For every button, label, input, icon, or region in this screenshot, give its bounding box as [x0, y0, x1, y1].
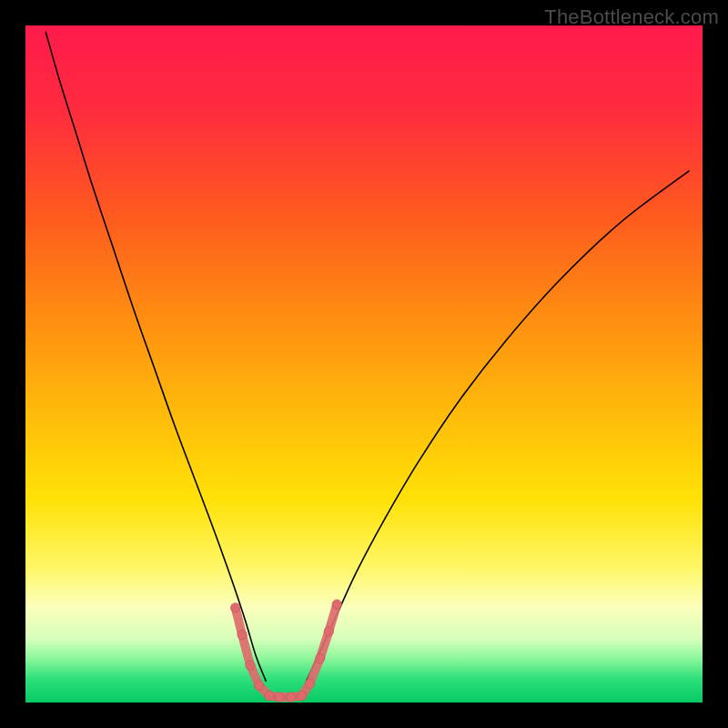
bottleneck-chart: [25, 25, 703, 703]
valley-marker: [305, 679, 314, 688]
plot-area: [25, 25, 703, 703]
valley-marker: [230, 603, 239, 612]
valley-marker: [265, 691, 274, 700]
valley-marker: [297, 691, 306, 700]
valley-marker: [238, 630, 247, 639]
valley-marker: [315, 653, 324, 662]
valley-marker: [332, 600, 341, 609]
chart-frame: TheBottleneck.com: [0, 0, 728, 728]
valley-marker: [246, 661, 255, 670]
valley-marker: [275, 693, 284, 702]
gradient-background: [25, 25, 703, 703]
valley-marker: [286, 693, 295, 702]
valley-marker: [254, 681, 263, 690]
valley-marker: [324, 627, 333, 636]
